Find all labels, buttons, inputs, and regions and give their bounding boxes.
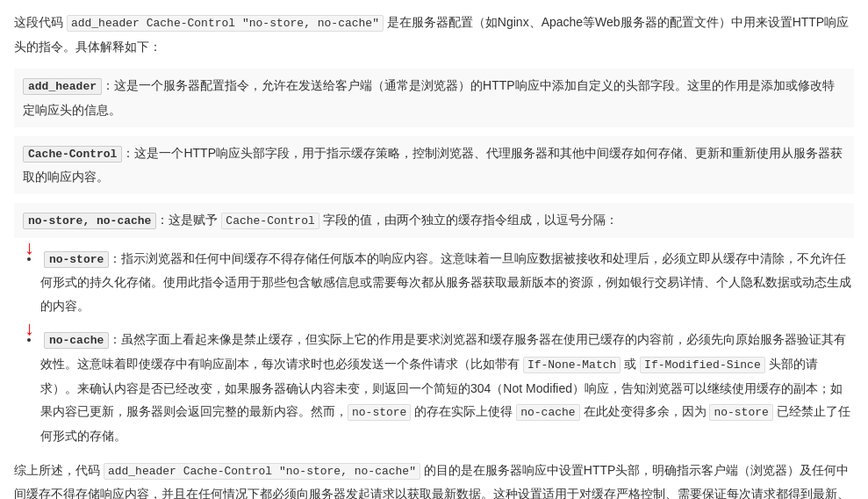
summary-code1: add_header Cache-Control "no-store, no-c… bbox=[104, 463, 420, 480]
bullet-code5: no-store bbox=[709, 404, 772, 421]
term-sep-0: ： bbox=[102, 78, 114, 92]
intro-paragraph: 这段代码 add_header Cache-Control "no-store,… bbox=[14, 11, 854, 58]
term-label-add-header: add_header bbox=[23, 78, 102, 95]
term-desc2-1: 这是赋予 bbox=[169, 213, 221, 227]
term-cache-control: Cache-Control：这是一个HTTP响应头部字段，用于指示缓存策略，控制… bbox=[14, 136, 854, 194]
term-sep-2: ： bbox=[156, 213, 169, 227]
term-sep-1: ： bbox=[122, 146, 134, 160]
bullet-desc1-4: 在此处变得多余，因为 bbox=[580, 404, 710, 418]
intro-text1: 这段代码 bbox=[14, 15, 67, 29]
term-no-store-no-cache: no-store, no-cache：这是赋予 Cache-Control 字段… bbox=[14, 203, 854, 238]
term-desc2-2: 字段的值，由两个独立的缓存指令组成，以逗号分隔： bbox=[319, 213, 618, 227]
intro-code1: add_header Cache-Control "no-store, no-c… bbox=[67, 15, 384, 32]
term-add-header: add_header：这是一个服务器配置指令，允许在发送给客户端（通常是浏览器）… bbox=[14, 69, 854, 127]
bullet-label-no-store: no-store bbox=[44, 251, 109, 268]
summary-paragraph: 综上所述，代码 add_header Cache-Control "no-sto… bbox=[14, 459, 854, 499]
bullet-code2: If-Modified-Since bbox=[640, 357, 765, 373]
term-label-cache-control: Cache-Control bbox=[23, 146, 122, 163]
bullet-desc1-3: 的存在实际上使得 bbox=[411, 404, 516, 418]
bullet-sep-1: ： bbox=[109, 332, 121, 346]
term-label-ns-nc: no-store, no-cache bbox=[23, 213, 156, 229]
bullet-code3: no-store bbox=[348, 404, 411, 421]
term-desc-1: 这是一个HTTP响应头部字段，用于指示缓存策略，控制浏览器、代理服务器和其他中间… bbox=[23, 146, 843, 184]
arrow-no-cache: ↓ bbox=[25, 319, 34, 338]
term-code2-1: Cache-Control bbox=[221, 213, 319, 229]
content-area: 这段代码 add_header Cache-Control "no-store,… bbox=[14, 11, 854, 499]
bullet-code4: no-cache bbox=[516, 404, 579, 421]
bullet-label-no-cache: no-cache bbox=[44, 332, 109, 349]
bullet-no-cache: ↓ no-cache：虽然字面上看起来像是禁止缓存，但实际上它的作用是要求浏览器… bbox=[40, 328, 854, 447]
bullet-list: ↓ no-store：指示浏览器和任何中间缓存不得存储任何版本的响应内容。这意味… bbox=[40, 247, 854, 448]
term-desc-0: 这是一个服务器配置指令，允许在发送给客户端（通常是浏览器）的HTTP响应中添加自… bbox=[23, 78, 835, 117]
bullet-sep-0: ： bbox=[109, 251, 121, 265]
bullet-code1: If-None-Match bbox=[523, 357, 621, 373]
bullet-mid1: 或 bbox=[621, 357, 640, 371]
bullet-desc-0: 指示浏览器和任何中间缓存不得存储任何版本的响应内容。这意味着一旦响应数据被接收和… bbox=[40, 251, 851, 313]
summary-text1: 综上所述，代码 bbox=[14, 463, 104, 477]
arrow-no-store: ↓ bbox=[25, 238, 34, 257]
bullet-no-store: ↓ no-store：指示浏览器和任何中间缓存不得存储任何版本的响应内容。这意味… bbox=[40, 247, 854, 318]
